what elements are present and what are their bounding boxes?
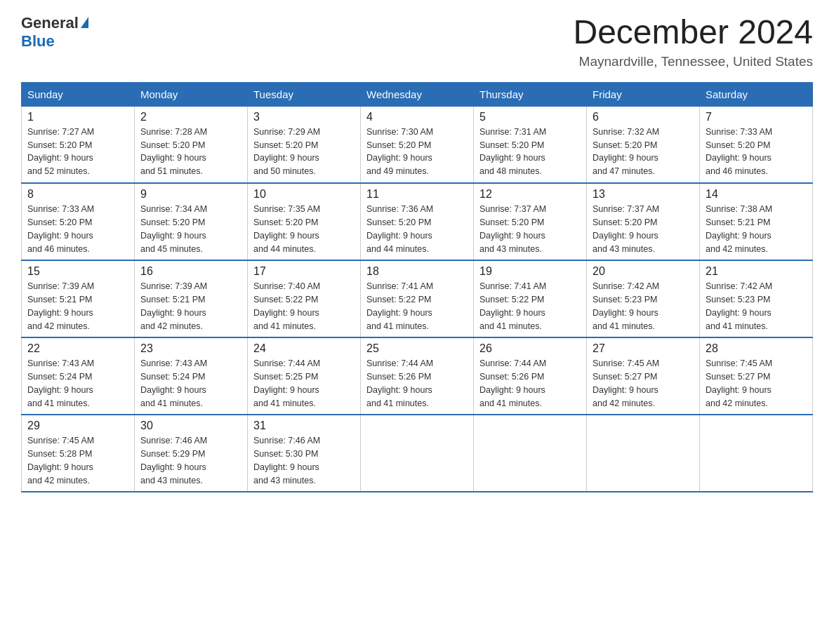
day-number: 24 <box>253 342 355 355</box>
day-cell-26: 26Sunrise: 7:44 AMSunset: 5:26 PMDayligh… <box>474 337 587 415</box>
day-cell-20: 20Sunrise: 7:42 AMSunset: 5:23 PMDayligh… <box>587 260 700 337</box>
title-block: December 2024 Maynardville, Tennessee, U… <box>573 14 813 69</box>
header-saturday: Saturday <box>700 82 813 106</box>
day-info: Sunrise: 7:44 AMSunset: 5:26 PMDaylight:… <box>479 357 581 410</box>
day-cell-3: 3Sunrise: 7:29 AMSunset: 5:20 PMDaylight… <box>248 106 361 183</box>
day-number: 4 <box>366 111 468 123</box>
day-cell-14: 14Sunrise: 7:38 AMSunset: 5:21 PMDayligh… <box>700 183 813 260</box>
calendar-header: SundayMondayTuesdayWednesdayThursdayFrid… <box>22 82 813 106</box>
empty-cell <box>700 415 813 492</box>
header-row: SundayMondayTuesdayWednesdayThursdayFrid… <box>22 82 813 106</box>
week-row-3: 15Sunrise: 7:39 AMSunset: 5:21 PMDayligh… <box>22 260 813 337</box>
day-info: Sunrise: 7:39 AMSunset: 5:21 PMDaylight:… <box>140 280 241 333</box>
day-info: Sunrise: 7:35 AMSunset: 5:20 PMDaylight:… <box>253 203 355 255</box>
day-info: Sunrise: 7:45 AMSunset: 5:27 PMDaylight:… <box>593 357 694 410</box>
day-number: 9 <box>140 188 241 201</box>
day-number: 7 <box>706 111 807 123</box>
day-number: 13 <box>593 188 694 201</box>
day-info: Sunrise: 7:38 AMSunset: 5:21 PMDaylight:… <box>706 203 807 255</box>
day-cell-18: 18Sunrise: 7:41 AMSunset: 5:22 PMDayligh… <box>361 260 474 337</box>
day-number: 28 <box>706 342 807 355</box>
week-row-2: 8Sunrise: 7:33 AMSunset: 5:20 PMDaylight… <box>22 183 813 260</box>
day-cell-2: 2Sunrise: 7:28 AMSunset: 5:20 PMDaylight… <box>135 106 248 183</box>
day-cell-9: 9Sunrise: 7:34 AMSunset: 5:20 PMDaylight… <box>135 183 248 260</box>
day-info: Sunrise: 7:41 AMSunset: 5:22 PMDaylight:… <box>366 280 468 333</box>
day-number: 15 <box>27 265 128 278</box>
day-cell-28: 28Sunrise: 7:45 AMSunset: 5:27 PMDayligh… <box>700 337 813 415</box>
day-cell-4: 4Sunrise: 7:30 AMSunset: 5:20 PMDaylight… <box>361 106 474 183</box>
day-number: 21 <box>706 265 807 278</box>
day-cell-11: 11Sunrise: 7:36 AMSunset: 5:20 PMDayligh… <box>361 183 474 260</box>
day-number: 19 <box>479 265 581 278</box>
day-info: Sunrise: 7:44 AMSunset: 5:26 PMDaylight:… <box>366 357 468 410</box>
logo-blue-text: Blue <box>21 32 55 50</box>
logo-general-text: General <box>21 14 79 32</box>
day-number: 12 <box>479 188 581 201</box>
day-info: Sunrise: 7:43 AMSunset: 5:24 PMDaylight:… <box>27 357 128 410</box>
day-number: 2 <box>140 111 241 123</box>
day-cell-19: 19Sunrise: 7:41 AMSunset: 5:22 PMDayligh… <box>474 260 587 337</box>
empty-cell <box>587 415 700 492</box>
day-cell-6: 6Sunrise: 7:32 AMSunset: 5:20 PMDaylight… <box>587 106 700 183</box>
day-cell-31: 31Sunrise: 7:46 AMSunset: 5:30 PMDayligh… <box>248 415 361 492</box>
day-cell-10: 10Sunrise: 7:35 AMSunset: 5:20 PMDayligh… <box>248 183 361 260</box>
header-wednesday: Wednesday <box>361 82 474 106</box>
header-monday: Monday <box>135 82 248 106</box>
day-number: 6 <box>593 111 694 123</box>
day-cell-29: 29Sunrise: 7:45 AMSunset: 5:28 PMDayligh… <box>22 415 135 492</box>
day-cell-1: 1Sunrise: 7:27 AMSunset: 5:20 PMDaylight… <box>22 106 135 183</box>
day-number: 23 <box>140 342 241 355</box>
day-info: Sunrise: 7:39 AMSunset: 5:21 PMDaylight:… <box>27 280 128 333</box>
day-info: Sunrise: 7:45 AMSunset: 5:27 PMDaylight:… <box>706 357 807 410</box>
day-info: Sunrise: 7:37 AMSunset: 5:20 PMDaylight:… <box>593 203 694 255</box>
day-cell-13: 13Sunrise: 7:37 AMSunset: 5:20 PMDayligh… <box>587 183 700 260</box>
day-cell-24: 24Sunrise: 7:44 AMSunset: 5:25 PMDayligh… <box>248 337 361 415</box>
day-info: Sunrise: 7:30 AMSunset: 5:20 PMDaylight:… <box>366 126 468 178</box>
day-number: 3 <box>253 111 355 123</box>
day-info: Sunrise: 7:46 AMSunset: 5:30 PMDaylight:… <box>253 434 355 487</box>
page-header: General Blue December 2024 Maynardville,… <box>21 14 813 69</box>
day-cell-25: 25Sunrise: 7:44 AMSunset: 5:26 PMDayligh… <box>361 337 474 415</box>
day-info: Sunrise: 7:29 AMSunset: 5:20 PMDaylight:… <box>253 126 355 178</box>
day-info: Sunrise: 7:33 AMSunset: 5:20 PMDaylight:… <box>27 203 128 255</box>
empty-cell <box>474 415 587 492</box>
day-number: 30 <box>140 420 241 432</box>
day-number: 11 <box>366 188 468 201</box>
empty-cell <box>361 415 474 492</box>
week-row-1: 1Sunrise: 7:27 AMSunset: 5:20 PMDaylight… <box>22 106 813 183</box>
day-number: 18 <box>366 265 468 278</box>
header-tuesday: Tuesday <box>248 82 361 106</box>
header-friday: Friday <box>587 82 700 106</box>
day-cell-7: 7Sunrise: 7:33 AMSunset: 5:20 PMDaylight… <box>700 106 813 183</box>
day-cell-27: 27Sunrise: 7:45 AMSunset: 5:27 PMDayligh… <box>587 337 700 415</box>
day-number: 26 <box>479 342 581 355</box>
day-info: Sunrise: 7:43 AMSunset: 5:24 PMDaylight:… <box>140 357 241 410</box>
day-info: Sunrise: 7:36 AMSunset: 5:20 PMDaylight:… <box>366 203 468 255</box>
day-info: Sunrise: 7:45 AMSunset: 5:28 PMDaylight:… <box>27 434 128 487</box>
day-cell-21: 21Sunrise: 7:42 AMSunset: 5:23 PMDayligh… <box>700 260 813 337</box>
week-row-4: 22Sunrise: 7:43 AMSunset: 5:24 PMDayligh… <box>22 337 813 415</box>
header-thursday: Thursday <box>474 82 587 106</box>
day-info: Sunrise: 7:33 AMSunset: 5:20 PMDaylight:… <box>706 126 807 178</box>
day-info: Sunrise: 7:34 AMSunset: 5:20 PMDaylight:… <box>140 203 241 255</box>
week-row-5: 29Sunrise: 7:45 AMSunset: 5:28 PMDayligh… <box>22 415 813 492</box>
day-info: Sunrise: 7:31 AMSunset: 5:20 PMDaylight:… <box>479 126 581 178</box>
day-cell-17: 17Sunrise: 7:40 AMSunset: 5:22 PMDayligh… <box>248 260 361 337</box>
day-number: 16 <box>140 265 241 278</box>
month-title: December 2024 <box>573 14 813 51</box>
day-number: 14 <box>706 188 807 201</box>
day-cell-16: 16Sunrise: 7:39 AMSunset: 5:21 PMDayligh… <box>135 260 248 337</box>
day-info: Sunrise: 7:44 AMSunset: 5:25 PMDaylight:… <box>253 357 355 410</box>
day-cell-12: 12Sunrise: 7:37 AMSunset: 5:20 PMDayligh… <box>474 183 587 260</box>
day-info: Sunrise: 7:37 AMSunset: 5:20 PMDaylight:… <box>479 203 581 255</box>
day-info: Sunrise: 7:42 AMSunset: 5:23 PMDaylight:… <box>706 280 807 333</box>
day-number: 5 <box>479 111 581 123</box>
day-cell-23: 23Sunrise: 7:43 AMSunset: 5:24 PMDayligh… <box>135 337 248 415</box>
location-label: Maynardville, Tennessee, United States <box>573 54 813 69</box>
calendar-body: 1Sunrise: 7:27 AMSunset: 5:20 PMDaylight… <box>22 106 813 492</box>
day-cell-22: 22Sunrise: 7:43 AMSunset: 5:24 PMDayligh… <box>22 337 135 415</box>
day-info: Sunrise: 7:46 AMSunset: 5:29 PMDaylight:… <box>140 434 241 487</box>
day-number: 17 <box>253 265 355 278</box>
logo: General Blue <box>21 14 88 51</box>
day-number: 25 <box>366 342 468 355</box>
